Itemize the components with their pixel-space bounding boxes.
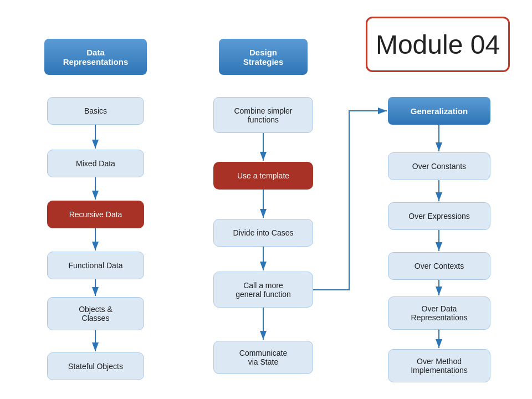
node-recursive: Recursive Data (47, 201, 144, 228)
node-method: Over MethodImplementations (388, 349, 490, 382)
col3-header: Generalization (388, 97, 490, 125)
node-divide: Divide into Cases (213, 219, 313, 247)
node-objects: Objects &Classes (47, 297, 144, 330)
node-contexts: Over Contexts (388, 252, 490, 280)
module-title: Module 04 (376, 29, 500, 60)
node-call-general: Call a moregeneral function (213, 272, 313, 308)
col2-header-label: DesignStrategies (243, 48, 284, 66)
node-stateful: Stateful Objects (47, 352, 144, 380)
col1-header: DataRepresentations (44, 39, 147, 75)
diagram-container: Module 04 DataRepresentations Basics Mix… (0, 0, 532, 399)
node-template: Use a template (213, 162, 313, 190)
node-functional: Functional Data (47, 252, 144, 279)
col2-header: DesignStrategies (219, 39, 308, 75)
col1-header-label: DataRepresentations (63, 48, 129, 66)
node-datarep: Over DataRepresentations (388, 296, 490, 330)
col3-header-label: Generalization (411, 106, 468, 116)
module-title-box: Module 04 (366, 17, 510, 72)
node-basics: Basics (47, 97, 144, 125)
node-communicate: Communicatevia State (213, 341, 313, 374)
node-combine: Combine simplerfunctions (213, 97, 313, 133)
node-mixed: Mixed Data (47, 150, 144, 177)
node-constants: Over Constants (388, 152, 490, 180)
node-expressions: Over Expressions (388, 202, 490, 230)
